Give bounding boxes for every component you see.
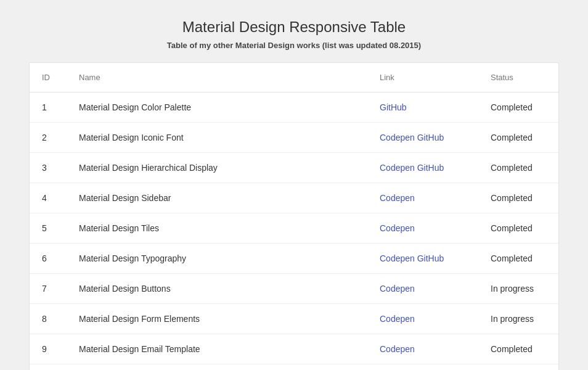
- table-wrapper: ID Name Link Status 1Material Design Col…: [29, 62, 559, 370]
- table-row: 9Material Design Email TemplateCodepenCo…: [30, 334, 558, 364]
- cell-link: Codepen: [367, 213, 478, 244]
- table-link[interactable]: GitHub: [417, 133, 444, 142]
- cell-name: Material Design Animation Timing (old on…: [67, 364, 367, 371]
- cell-name: Material Design Sidebar: [67, 183, 367, 213]
- cell-status: Completed: [478, 183, 558, 213]
- table-header: ID Name Link Status: [30, 63, 558, 92]
- table-row: 10Material Design Animation Timing (old …: [30, 364, 558, 371]
- cell-id: 3: [30, 153, 67, 183]
- cell-status: Completed: [478, 364, 558, 371]
- cell-name: Material Design Color Palette: [67, 92, 367, 123]
- table-row: 6Material Design TypographyCodepen GitHu…: [30, 244, 558, 274]
- cell-id: 10: [30, 364, 67, 371]
- cell-status: In progress: [478, 304, 558, 334]
- table-body: 1Material Design Color PaletteGitHubComp…: [30, 92, 558, 371]
- col-header-name: Name: [67, 63, 367, 92]
- table-link[interactable]: GitHub: [417, 163, 444, 173]
- table-row: 5Material Design TilesCodepenCompleted: [30, 213, 558, 244]
- table-link[interactable]: Codepen: [380, 284, 415, 294]
- page-container: Material Design Responsive Table Table o…: [29, 18, 559, 370]
- cell-name: Material Design Tiles: [67, 213, 367, 244]
- cell-name: Material Design Email Template: [67, 334, 367, 364]
- table-row: 8Material Design Form ElementsCodepenIn …: [30, 304, 558, 334]
- cell-status: Completed: [478, 213, 558, 244]
- cell-id: 6: [30, 244, 67, 274]
- cell-id: 1: [30, 92, 67, 123]
- cell-link: Codepen GitHub: [367, 153, 478, 183]
- cell-link: Codepen: [367, 364, 478, 371]
- table-link[interactable]: Codepen: [380, 344, 415, 354]
- table-link[interactable]: Codepen: [380, 253, 415, 263]
- cell-status: Completed: [478, 123, 558, 153]
- cell-status: Completed: [478, 334, 558, 364]
- cell-name: Material Design Buttons: [67, 274, 367, 304]
- table-link[interactable]: Codepen: [380, 314, 415, 324]
- cell-id: 8: [30, 304, 67, 334]
- cell-link: Codepen: [367, 183, 478, 213]
- cell-id: 9: [30, 334, 67, 364]
- table-link[interactable]: Codepen: [380, 133, 415, 142]
- cell-link: Codepen: [367, 274, 478, 304]
- cell-link: Codepen: [367, 304, 478, 334]
- cell-id: 4: [30, 183, 67, 213]
- cell-status: In progress: [478, 274, 558, 304]
- cell-name: Material Design Iconic Font: [67, 123, 367, 153]
- table-link[interactable]: GitHub: [417, 253, 444, 263]
- table-row: 1Material Design Color PaletteGitHubComp…: [30, 92, 558, 123]
- cell-link: Codepen: [367, 334, 478, 364]
- cell-id: 2: [30, 123, 67, 153]
- table-row: 2Material Design Iconic FontCodepen GitH…: [30, 123, 558, 153]
- table-row: 3Material Design Hierarchical DisplayCod…: [30, 153, 558, 183]
- cell-id: 5: [30, 213, 67, 244]
- col-header-id: ID: [30, 63, 67, 92]
- table-row: 7Material Design ButtonsCodepenIn progre…: [30, 274, 558, 304]
- col-header-link: Link: [367, 63, 478, 92]
- cell-status: Completed: [478, 92, 558, 123]
- table-link[interactable]: GitHub: [380, 102, 407, 112]
- table-link[interactable]: Codepen: [380, 163, 415, 173]
- cell-id: 7: [30, 274, 67, 304]
- cell-link: Codepen GitHub: [367, 123, 478, 153]
- page-title: Material Design Responsive Table: [29, 18, 559, 36]
- col-header-status: Status: [478, 63, 558, 92]
- cell-link: GitHub: [367, 92, 478, 123]
- cell-name: Material Design Form Elements: [67, 304, 367, 334]
- page-subtitle: Table of my other Material Design works …: [29, 41, 559, 50]
- header-row: ID Name Link Status: [30, 63, 558, 92]
- table-row: 4Material Design SidebarCodepenCompleted: [30, 183, 558, 213]
- table-link[interactable]: Codepen: [380, 223, 415, 233]
- table-link[interactable]: Codepen: [380, 193, 415, 203]
- cell-name: Material Design Hierarchical Display: [67, 153, 367, 183]
- cell-link: Codepen GitHub: [367, 244, 478, 274]
- cell-name: Material Design Typography: [67, 244, 367, 274]
- cell-status: Completed: [478, 153, 558, 183]
- main-table: ID Name Link Status 1Material Design Col…: [30, 63, 558, 370]
- cell-status: Completed: [478, 244, 558, 274]
